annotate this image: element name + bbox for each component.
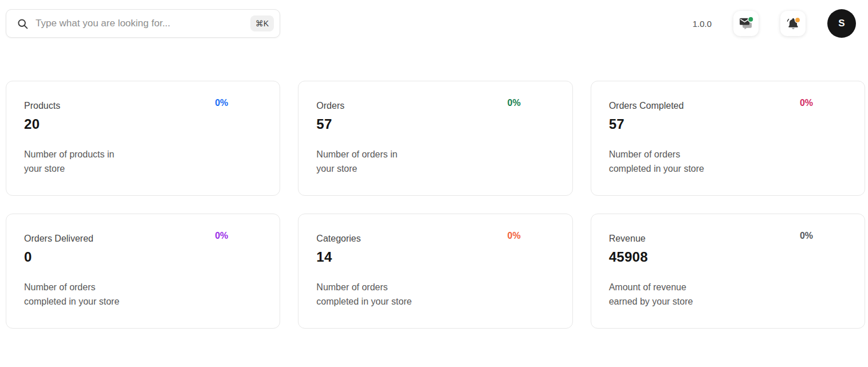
stat-card-products: Products 0% 20 Number of products in you… <box>6 81 280 196</box>
card-value: 57 <box>609 116 846 132</box>
search-bar[interactable]: ⌘K <box>6 9 280 38</box>
card-value: 20 <box>24 116 261 132</box>
stat-card-categories: Categories 0% 14 Number of orders comple… <box>298 214 572 329</box>
card-description: Amount of revenue earned by your store <box>609 280 846 309</box>
stat-card-orders: Orders 0% 57 Number of orders in your st… <box>298 81 572 196</box>
stat-card-orders-delivered: Orders Delivered 0% 0 Number of orders c… <box>6 214 280 329</box>
card-label: Categories <box>316 234 360 244</box>
card-description: Number of orders completed in your store <box>609 147 846 176</box>
stat-card-orders-completed: Orders Completed 0% 57 Number of orders … <box>591 81 865 196</box>
stats-grid: Products 0% 20 Number of products in you… <box>6 81 865 329</box>
user-avatar[interactable]: S <box>827 9 856 38</box>
card-label: Orders <box>316 101 344 111</box>
card-percent-badge: 0% <box>800 98 813 108</box>
card-description: Number of products in your store <box>24 147 261 176</box>
card-percent-badge: 0% <box>215 98 228 108</box>
card-label: Products <box>24 101 60 111</box>
stat-card-revenue: Revenue 0% 45908 Amount of revenue earne… <box>591 214 865 329</box>
notifications-button[interactable] <box>780 11 806 36</box>
card-value: 14 <box>316 249 553 265</box>
messages-button[interactable] <box>733 11 759 36</box>
top-bar: ⌘K 1.0.0 S <box>0 0 868 38</box>
header-actions: 1.0.0 S <box>693 9 856 38</box>
bell-icon <box>785 16 801 31</box>
card-percent-badge: 0% <box>508 98 521 108</box>
card-percent-badge: 0% <box>800 231 813 241</box>
card-percent-badge: 0% <box>215 231 228 241</box>
app-version: 1.0.0 <box>693 19 712 29</box>
card-value: 0 <box>24 249 261 265</box>
messages-icon <box>739 16 754 31</box>
card-description: Number of orders completed in your store <box>316 280 553 309</box>
card-value: 57 <box>316 116 553 132</box>
card-label: Revenue <box>609 234 646 244</box>
card-percent-badge: 0% <box>508 231 521 241</box>
search-icon <box>17 18 29 30</box>
card-label: Orders Completed <box>609 101 684 111</box>
card-description: Number of orders completed in your store <box>24 280 261 309</box>
card-description: Number of orders in your store <box>316 147 553 176</box>
keyboard-shortcut-badge: ⌘K <box>250 15 274 31</box>
card-value: 45908 <box>609 249 846 265</box>
search-input[interactable] <box>29 18 250 29</box>
card-label: Orders Delivered <box>24 234 93 244</box>
